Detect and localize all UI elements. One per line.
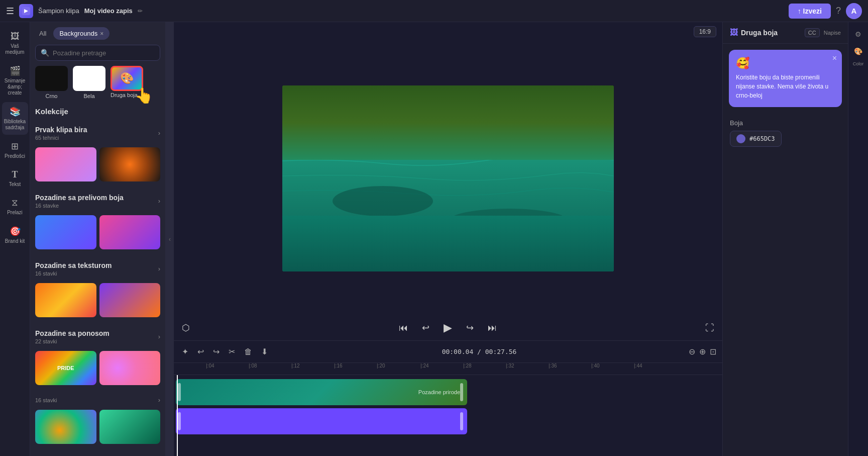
collection-clip-picks-header: Prvak klipa bira 65 tehnici › [35, 121, 160, 145]
thumb-nature-2[interactable] [99, 410, 161, 444]
collection-clip-picks-title: Prvak klipa bira [35, 126, 87, 134]
collection-gradient-arrow[interactable]: › [158, 197, 160, 205]
ruler-mark-0:24: |:24 [420, 363, 429, 369]
search-input[interactable] [53, 49, 155, 57]
thumb-gradient-2[interactable] [99, 215, 161, 249]
screenshot-button[interactable]: ⬡ [180, 320, 192, 335]
rewind-button[interactable]: ↩ [420, 320, 431, 335]
edit-project-name-icon[interactable]: ✏ [138, 8, 143, 15]
collection-texture-arrow[interactable]: › [158, 265, 160, 272]
cut-button[interactable]: ✂ [227, 345, 237, 358]
zoom-fit-button[interactable]: ⊡ [710, 347, 716, 356]
track-left-handle-video[interactable] [178, 383, 181, 401]
right-tool-unknown-1[interactable]: ⚙ [852, 27, 864, 41]
track-clip-video[interactable]: Pozadine prirode [176, 379, 467, 405]
thumb-gradient-1[interactable] [35, 215, 96, 249]
swatch-white-label: Bela [83, 93, 94, 99]
track-clip-video-label: Pozadine prirode [418, 389, 460, 395]
track-left-handle-bg[interactable] [178, 412, 181, 430]
collection-clip-picks-arrow[interactable]: › [158, 129, 160, 137]
collection-3d-header: 3D backgrounds › [35, 451, 160, 456]
collection-nature: 16 stavki › [35, 392, 160, 444]
ruler-mark-0:28: |:28 [463, 363, 472, 369]
search-icon: 🔍 [41, 49, 49, 57]
svg-point-12 [582, 226, 585, 229]
text-icon: T [12, 169, 18, 180]
sidebar-item-record[interactable]: 🎬 Snimanje &amp; create [2, 61, 28, 100]
track-row-bg [176, 408, 720, 434]
sidebar-item-brandkit[interactable]: 🎯 Brand kit [2, 222, 28, 248]
svg-point-2 [282, 85, 448, 131]
help-icon[interactable]: ? [836, 6, 841, 16]
collection-gradient: Pozadine sa prelivom boja 16 stavke › [35, 189, 160, 249]
media-icon: 🖼 [11, 31, 20, 42]
avatar[interactable]: A [846, 3, 862, 19]
collection-3d: 3D backgrounds › [35, 451, 160, 456]
tab-all[interactable]: All [35, 27, 50, 40]
search-box: 🔍 [35, 45, 160, 61]
menu-icon[interactable]: ☰ [6, 6, 14, 17]
thumb-texture-2[interactable] [99, 283, 161, 317]
collapse-handle[interactable]: ‹ [166, 22, 174, 456]
sidebar-item-media[interactable]: 🖼 Vaš medijum [2, 27, 28, 59]
swatch-black-box [35, 66, 68, 91]
sidebar-item-record-label: Snimanje &amp; create [4, 78, 26, 96]
delete-button[interactable]: 🗑 [242, 345, 254, 358]
cc-badge[interactable]: CC [805, 28, 820, 37]
playback-bar: ⬡ ⏮ ↩ ▶ ↪ ⏭ ⛶ [174, 315, 722, 340]
collection-pride-thumbs: PRIDE [35, 351, 160, 385]
svg-point-10 [562, 222, 565, 225]
aspect-ratio-badge[interactable]: 16:9 [694, 26, 716, 37]
thumb-clip-picks-2[interactable] [99, 147, 161, 181]
playhead[interactable] [177, 375, 178, 456]
collection-pride-arrow[interactable]: › [158, 333, 160, 340]
skip-forward-button[interactable]: ⏭ [486, 321, 499, 335]
export-button[interactable]: ↑ Izvezi [789, 4, 831, 19]
thumb-pride-1[interactable]: PRIDE [35, 351, 96, 385]
swatch-white[interactable]: Bela [73, 66, 105, 99]
panel-tabs: All Backgrounds × [30, 22, 165, 40]
sidebar-item-library[interactable]: 📚 Biblioteka sadržaja [2, 102, 28, 135]
color-section-title: Boja [730, 119, 841, 127]
track-right-handle-video[interactable] [460, 383, 463, 401]
zoom-out-button[interactable]: ⊖ [689, 347, 695, 356]
tooltip-close-button[interactable]: × [832, 54, 837, 63]
thumb-clip-picks-1[interactable] [35, 147, 96, 181]
color-swatch-display[interactable]: #665DC3 [730, 131, 782, 147]
ruler-mark-0:08: |:08 [249, 363, 257, 369]
thumb-nature-1[interactable] [35, 410, 96, 444]
collection-clip-picks-count: 65 tehnici [35, 135, 87, 141]
zoom-in-button[interactable]: ⊕ [699, 347, 706, 356]
color-hex-value: #665DC3 [749, 135, 775, 142]
fast-forward-button[interactable]: ↪ [464, 320, 476, 335]
swatch-white-box [73, 66, 105, 91]
magnet-tool-button[interactable]: ✦ [180, 345, 190, 358]
download-button[interactable]: ⬇ [259, 345, 270, 358]
collection-pride-title: Pozadine sa ponosom [35, 329, 110, 337]
undo-button[interactable]: ↩ [195, 345, 206, 358]
video-area: 16:9 [174, 22, 722, 456]
collection-3d-arrow[interactable]: › [158, 454, 160, 457]
tab-close-icon[interactable]: × [100, 30, 103, 37]
sidebar-item-transitions[interactable]: ⧖ Prelazi [2, 194, 28, 220]
track-right-handle-bg[interactable] [460, 412, 463, 430]
collection-pride: Pozadine sa ponosom 22 stavki › PRIDE [35, 324, 160, 385]
right-tool-color[interactable]: 🎨 [851, 44, 865, 58]
sidebar-item-text[interactable]: T Tekst [2, 165, 28, 192]
sidebar-item-previews[interactable]: ⊞ Predlošci [2, 137, 28, 163]
fullscreen-button[interactable]: ⛶ [703, 321, 716, 335]
track-clip-bg[interactable] [176, 408, 467, 434]
collection-clip-picks: Prvak klipa bira 65 tehnici › [35, 121, 160, 181]
tooltip-card: 🥰 Koristite boju da biste promenili nija… [729, 50, 842, 107]
play-button[interactable]: ▶ [442, 319, 454, 336]
skip-back-button[interactable]: ⏮ [397, 321, 410, 335]
collection-nature-arrow[interactable]: › [158, 396, 160, 404]
swatch-black[interactable]: Crno [35, 66, 68, 99]
redo-button[interactable]: ↪ [211, 345, 222, 358]
thumb-pride-2[interactable] [99, 351, 161, 385]
sidebar-item-previews-label: Predlošci [5, 153, 25, 159]
tab-backgrounds[interactable]: Backgrounds × [53, 27, 110, 40]
swatch-custom[interactable]: Druga boja 👆 [111, 66, 143, 99]
thumb-texture-1[interactable] [35, 283, 96, 317]
collection-nature-header: 16 stavki › [35, 392, 160, 407]
